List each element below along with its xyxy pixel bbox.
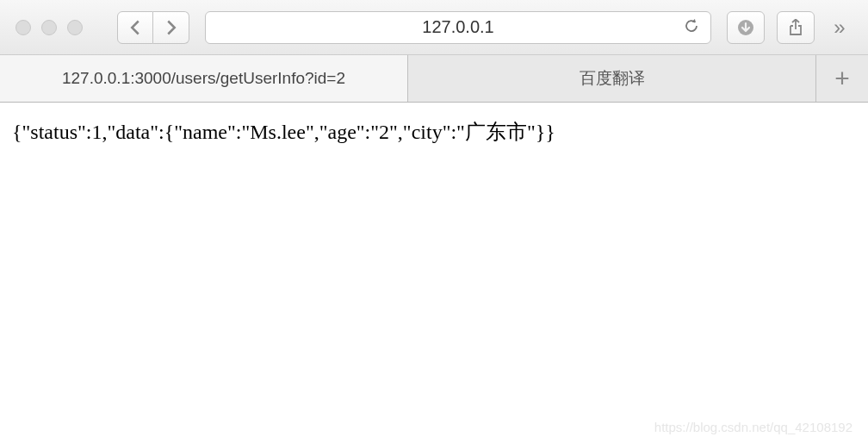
maximize-window-button[interactable] [67,20,83,35]
url-text: 127.0.0.1 [422,17,493,37]
browser-toolbar: 127.0.0.1 » [0,0,868,55]
watermark: https://blog.csdn.net/qq_42108192 [654,420,852,434]
share-icon [788,19,803,36]
share-button[interactable] [777,11,815,44]
chevron-left-icon [129,19,141,36]
close-window-button[interactable] [16,20,31,35]
plus-icon: + [834,64,850,93]
tab-1[interactable]: 百度翻译 [408,55,816,102]
tab-0[interactable]: 127.0.0.1:3000/users/getUserInfo?id=2 [0,55,408,102]
minimize-window-button[interactable] [41,20,57,35]
refresh-icon[interactable] [683,17,700,38]
tab-bar: 127.0.0.1:3000/users/getUserInfo?id=2 百度… [0,55,868,103]
tab-label: 百度翻译 [580,67,645,90]
forward-button[interactable] [153,11,189,44]
more-icon: » [834,16,845,40]
response-body: {"status":1,"data":{"name":"Ms.lee","age… [12,121,555,143]
more-button[interactable]: » [827,11,852,44]
traffic-lights [16,20,83,35]
nav-buttons [117,11,189,44]
new-tab-button[interactable]: + [816,55,868,102]
url-bar[interactable]: 127.0.0.1 [205,11,711,44]
chevron-right-icon [165,19,177,36]
tab-label: 127.0.0.1:3000/users/getUserInfo?id=2 [62,69,345,88]
downloads-button[interactable] [727,11,765,44]
page-content: {"status":1,"data":{"name":"Ms.lee","age… [0,103,868,161]
download-icon [737,19,754,36]
back-button[interactable] [117,11,153,44]
